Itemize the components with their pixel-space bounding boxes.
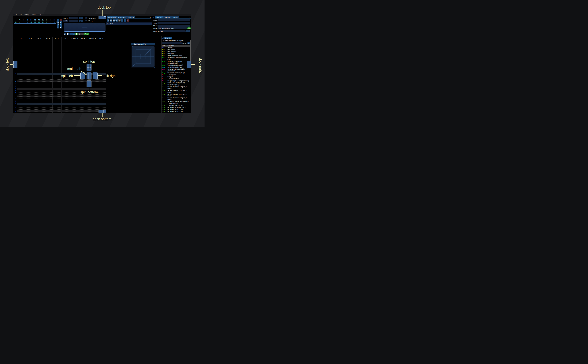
pattern-row[interactable]: 19 bbox=[13, 109, 106, 110]
row-cells[interactable] bbox=[17, 98, 106, 99]
effect-row[interactable]: 0Axy Volume slide (0y: down; x0: up) bbox=[162, 72, 191, 74]
channel-header-cell[interactable]: FM 4 bbox=[44, 37, 53, 39]
order-pattern-value[interactable]: 00 bbox=[53, 21, 56, 23]
menu-item[interactable]: settings bbox=[23, 14, 30, 16]
dock-right-target[interactable] bbox=[187, 61, 191, 68]
system-field[interactable] bbox=[158, 27, 187, 29]
row-cells[interactable] bbox=[17, 105, 106, 107]
row-cells[interactable] bbox=[17, 86, 106, 88]
scrollbar-thumb[interactable] bbox=[190, 40, 191, 64]
row-cells[interactable] bbox=[17, 110, 106, 112]
row-cells[interactable] bbox=[17, 107, 106, 109]
effect-row[interactable]: 12xx Set level of operator 1 (0 highest,… bbox=[162, 86, 191, 90]
pattern-row[interactable]: 18 bbox=[13, 107, 106, 109]
menu-item[interactable]: window bbox=[31, 14, 38, 16]
order-pattern-value[interactable]: 00 bbox=[41, 21, 45, 23]
delete-instrument-icon[interactable]: ✕ bbox=[127, 19, 129, 22]
pattern-row[interactable]: 6 bbox=[13, 84, 106, 86]
album-field[interactable] bbox=[158, 25, 190, 27]
effect-row[interactable]: 1Bxx Set attack of operator 2 (0 to 1F) bbox=[162, 110, 191, 112]
pattern-row[interactable]: 17 bbox=[13, 105, 106, 107]
oscilloscope-xy-window[interactable]: ▼ Oscilloscope (X-Y) ✕ bbox=[131, 43, 155, 68]
effect-row[interactable]: 0Cxx Retrigger bbox=[162, 76, 191, 78]
instrument-up-icon[interactable]: ↑ bbox=[121, 19, 123, 22]
pattern-row[interactable]: 14 bbox=[13, 99, 106, 101]
effect-row[interactable]: 19xx Set attack of all operators (0 to 1… bbox=[162, 106, 191, 108]
open-instrument-icon[interactable] bbox=[113, 19, 115, 22]
tuning-increase-button[interactable]: + bbox=[188, 30, 190, 32]
channel-header-cell[interactable]: FM 6 bbox=[61, 37, 70, 39]
pattern-row[interactable]: 4 bbox=[13, 80, 106, 82]
tab-effect-list[interactable]: Effect List bbox=[164, 37, 172, 39]
order-pattern-value[interactable]: 00 bbox=[45, 21, 49, 23]
order-pattern-value[interactable]: 00 bbox=[37, 21, 41, 23]
order-pattern-value[interactable]: 00 bbox=[33, 21, 37, 23]
menu-item[interactable]: file bbox=[14, 14, 19, 16]
effect-row[interactable]: 1Axx Set attack of operator 1 (0 to 1F) bbox=[162, 108, 191, 110]
cursor-down-icon[interactable]: ↓ bbox=[73, 33, 75, 35]
repeat-pattern-icon[interactable]: ↻ bbox=[81, 33, 84, 35]
deep-clone-icon[interactable] bbox=[57, 26, 59, 28]
effect-row[interactable]: 11xx Set feedback (0 to 7) bbox=[162, 84, 191, 86]
effect-row[interactable]: 08xy Set panning (x: left; y: right) bbox=[162, 66, 191, 68]
resize-grip[interactable] bbox=[153, 66, 155, 68]
octave-input[interactable] bbox=[69, 17, 78, 19]
effect-row[interactable]: 16xy Set operator multiplier (x: operato… bbox=[162, 101, 191, 104]
follow-orders-checkbox[interactable]: ✓ bbox=[85, 17, 87, 19]
pattern-row[interactable]: 12 bbox=[13, 96, 106, 98]
octave-increase-button[interactable]: + bbox=[81, 17, 83, 19]
channel-header-cell[interactable]: Square 2 bbox=[79, 37, 88, 39]
effect-row[interactable]: 10xy Setup LFO (x: enable; y: speed) bbox=[162, 82, 191, 84]
effect-row[interactable]: 01xx Pitch slide up bbox=[162, 49, 191, 51]
row-cells[interactable] bbox=[17, 84, 106, 86]
tab-wavetables[interactable]: Wavetables bbox=[117, 16, 127, 18]
mini-oscilloscope[interactable] bbox=[64, 23, 106, 32]
add-order-button[interactable]: + bbox=[57, 19, 59, 21]
effect-row[interactable]: 1Cxx Set attack of operator 3 (0 to 1F) bbox=[162, 112, 191, 113]
duplicate-order-end-button[interactable]: ∨∨ bbox=[60, 24, 62, 26]
row-cells[interactable] bbox=[17, 82, 106, 84]
tab-speed[interactable]: Speed bbox=[172, 16, 179, 18]
tab-samples[interactable]: Samples bbox=[127, 16, 135, 18]
dock-left-target[interactable] bbox=[13, 61, 17, 68]
metronome-bell-icon[interactable] bbox=[78, 33, 81, 35]
row-cells[interactable] bbox=[17, 109, 106, 110]
step-button[interactable]: Step bbox=[63, 20, 68, 22]
make-tab-target[interactable] bbox=[86, 72, 92, 79]
close-icon[interactable]: ✕ bbox=[153, 43, 154, 45]
order-pattern-value[interactable]: 00 bbox=[18, 21, 22, 23]
channel-header-cell[interactable]: FM 1 bbox=[17, 37, 26, 39]
name-field[interactable] bbox=[158, 20, 190, 21]
row-cells[interactable] bbox=[17, 99, 106, 101]
play-icon[interactable]: ▶ bbox=[64, 33, 66, 35]
order-up-button[interactable]: ∧ bbox=[60, 21, 62, 24]
effect-row[interactable]: 09xx Set groove pattern (speed 1 if no g… bbox=[162, 68, 191, 72]
effect-row[interactable]: 0Dxx Jump to next pattern bbox=[162, 78, 191, 80]
close-icon[interactable]: ✕ bbox=[189, 37, 190, 39]
tab-instruments[interactable]: Instruments bbox=[107, 16, 117, 18]
effect-search-input[interactable] bbox=[162, 42, 182, 44]
row-cells[interactable] bbox=[17, 80, 106, 82]
pattern-row[interactable]: 20 bbox=[13, 110, 106, 112]
add-instrument-button[interactable]: + bbox=[107, 19, 109, 22]
pattern-row[interactable]: 5 bbox=[13, 82, 106, 84]
effect-row[interactable]: 06xy Volume slide + portamento (compatib… bbox=[162, 60, 191, 64]
effect-table-header[interactable]: Name Description bbox=[162, 45, 190, 46]
order-down-button[interactable]: ∨ bbox=[57, 24, 59, 26]
effect-row[interactable]: 02xx Pitch slide down bbox=[162, 51, 191, 53]
row-cells[interactable] bbox=[17, 112, 106, 113]
effect-row[interactable]: 04xy Vibrato (x: speed; y: depth) bbox=[162, 55, 191, 57]
step-increase-button[interactable]: + bbox=[81, 20, 83, 22]
row-cells[interactable] bbox=[17, 88, 106, 90]
effect-row[interactable]: 0Bxx Jump to pattern bbox=[162, 74, 191, 76]
poly-toggle-button[interactable]: Poly bbox=[84, 33, 89, 35]
close-icon[interactable]: ✕ bbox=[189, 16, 190, 18]
order-pattern-value[interactable]: 00 bbox=[49, 21, 53, 23]
row-cells[interactable] bbox=[17, 79, 106, 80]
author-field[interactable] bbox=[158, 22, 190, 24]
order-pattern-value[interactable]: 00 bbox=[26, 21, 29, 23]
duplicate-instrument-icon[interactable] bbox=[110, 19, 112, 22]
effect-row[interactable]: 00xy Arpeggio bbox=[162, 47, 191, 49]
channel-header-cell[interactable]: Noise bbox=[97, 37, 106, 39]
play-pattern-icon[interactable]: ▶ bbox=[66, 33, 69, 35]
